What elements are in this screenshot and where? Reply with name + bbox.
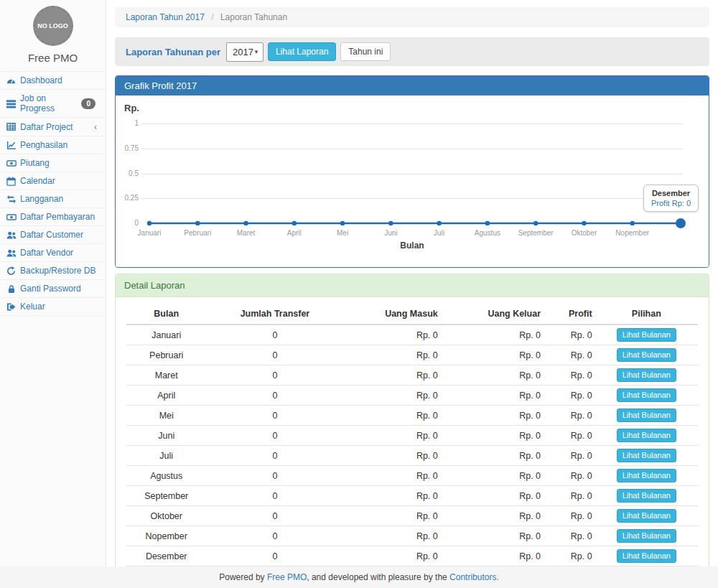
table-cell: Rp. 0	[544, 365, 595, 386]
view-monthly-button[interactable]: Lihat Bulanan	[617, 449, 676, 462]
table-cell: Lihat Bulanan	[595, 345, 698, 365]
this-year-button[interactable]: Tahun ini	[340, 42, 391, 61]
tooltip-title: Desember	[651, 189, 691, 197]
data-point[interactable]	[630, 221, 635, 225]
table-cell: Pebruari	[126, 345, 206, 365]
table-row: Mei0Rp. 0Rp. 0Rp. 0Lihat Bulanan	[126, 406, 698, 426]
sidebar-item-daftar-vendor[interactable]: Daftar Vendor	[0, 243, 106, 261]
no-logo-badge: NO LOGO	[33, 6, 73, 46]
table-cell: 0	[206, 526, 343, 546]
view-monthly-button[interactable]: Lihat Bulanan	[617, 509, 676, 523]
view-monthly-button[interactable]: Lihat Bulanan	[617, 469, 676, 482]
table-cell: Rp. 0	[544, 325, 595, 345]
detail-panel-title: Detail Laporan	[116, 274, 709, 297]
table-row: September0Rp. 0Rp. 0Rp. 0Lihat Bulanan	[126, 486, 698, 506]
table-cell: Lihat Bulanan	[595, 486, 698, 506]
footer-link-contributors[interactable]: Contributors.	[449, 572, 499, 582]
data-point[interactable]	[485, 221, 490, 225]
table-cell: Lihat Bulanan	[595, 446, 698, 466]
table-cell: Rp. 0	[544, 426, 595, 446]
view-monthly-button[interactable]: Lihat Bulanan	[617, 549, 676, 563]
sidebar-item-daftar-customer[interactable]: Daftar Customer	[0, 225, 106, 243]
table-cell: 0	[206, 466, 343, 486]
table-cell: Rp. 0	[343, 426, 440, 446]
year-select[interactable]: 2017 ▼	[226, 42, 264, 62]
main-content: Laporan Tahun 2017 / Laporan Tahunan Lap…	[115, 0, 709, 588]
x-tick-label: Nopember	[604, 229, 661, 237]
table-cell: Rp. 0	[343, 365, 440, 386]
table-cell: Rp. 0	[343, 486, 440, 506]
sidebar-item-label: Langganan	[20, 194, 100, 204]
sidebar-item-job-on-progress[interactable]: Job on Progress0	[0, 89, 106, 117]
report-table-head: BulanJumlah TransferUang MasukUang Kelua…	[126, 303, 698, 325]
data-point[interactable]	[195, 221, 200, 225]
dashboard-icon	[6, 75, 17, 85]
view-monthly-button[interactable]: Lihat Bulanan	[617, 348, 676, 362]
data-point[interactable]	[676, 218, 686, 228]
money-icon	[6, 158, 17, 168]
sidebar-item-label: Calendar	[20, 176, 100, 186]
data-point[interactable]	[582, 221, 586, 225]
exchange-icon	[6, 194, 17, 204]
data-point[interactable]	[388, 221, 393, 225]
table-cell: Juli	[126, 446, 206, 466]
sidebar-item-langganan[interactable]: Langganan	[0, 190, 106, 207]
table-cell: Lihat Bulanan	[595, 426, 698, 446]
table-row: Desember0Rp. 0Rp. 0Rp. 0Lihat Bulanan	[126, 546, 698, 566]
data-point[interactable]	[340, 221, 345, 225]
column-header: Profit	[544, 303, 595, 325]
sidebar-item-daftar-pembayaran[interactable]: Daftar Pembayaran	[0, 207, 106, 225]
sidebar-item-penghasilan[interactable]: Penghasilan	[0, 136, 106, 154]
view-monthly-button[interactable]: Lihat Bulanan	[617, 409, 676, 422]
chevron-down-icon: ▼	[253, 49, 259, 55]
table-cell: Rp. 0	[441, 345, 544, 365]
sidebar-item-keluar[interactable]: Keluar	[0, 297, 106, 316]
sidebar-item-daftar-project[interactable]: Daftar Project‹	[0, 117, 106, 136]
table-cell: Rp. 0	[343, 466, 440, 486]
table-cell: Rp. 0	[343, 526, 440, 546]
table-cell: Rp. 0	[441, 546, 544, 566]
chevron-left-icon: ‹	[94, 121, 97, 132]
data-point[interactable]	[292, 221, 297, 225]
calendar-icon	[6, 176, 17, 186]
sidebar-item-calendar[interactable]: Calendar	[0, 172, 106, 190]
table-cell: Rp. 0	[441, 466, 544, 486]
footer-middle: , and developed with pleasure by the	[307, 572, 449, 582]
view-monthly-button[interactable]: Lihat Bulanan	[617, 388, 676, 402]
view-report-button[interactable]: Lihat Laporan	[268, 42, 336, 61]
lock-icon	[6, 284, 17, 294]
footer-link-free-pmo[interactable]: Free PMO	[267, 572, 307, 582]
data-point[interactable]	[437, 221, 441, 225]
sidebar-item-piutang[interactable]: Piutang	[0, 154, 106, 172]
page-footer: Powered by Free PMO, and developed with …	[0, 566, 718, 588]
data-point[interactable]	[533, 221, 538, 225]
table-cell: Agustus	[126, 466, 206, 486]
users-icon	[6, 248, 17, 258]
breadcrumb-current: Laporan Tahunan	[220, 12, 287, 22]
data-point[interactable]	[243, 221, 248, 225]
view-monthly-button[interactable]: Lihat Bulanan	[617, 529, 676, 543]
table-cell: Rp. 0	[343, 446, 440, 466]
sidebar-item-dashboard[interactable]: Dashboard	[0, 71, 106, 89]
column-header: Uang Masuk	[343, 303, 440, 325]
view-monthly-button[interactable]: Lihat Bulanan	[617, 429, 676, 442]
table-cell: Rp. 0	[343, 325, 440, 345]
table-cell: Lihat Bulanan	[595, 526, 698, 546]
sidebar-item-backup-restore-db[interactable]: Backup/Restore DB	[0, 261, 106, 279]
table-cell: Rp. 0	[343, 406, 440, 426]
sidebar-item-ganti-password[interactable]: Ganti Password	[0, 279, 106, 297]
logo-area: NO LOGO Free PMO	[0, 0, 106, 64]
chart-panel-title: Grafik Profit 2017	[116, 76, 709, 95]
table-row: Maret0Rp. 0Rp. 0Rp. 0Lihat Bulanan	[126, 365, 698, 386]
view-monthly-button[interactable]: Lihat Bulanan	[617, 368, 676, 382]
table-cell: Rp. 0	[441, 506, 544, 526]
table-cell: Lihat Bulanan	[595, 506, 698, 526]
breadcrumb-link-laporan-tahun[interactable]: Laporan Tahun 2017	[126, 12, 205, 22]
sidebar-item-label: Daftar Vendor	[20, 248, 100, 258]
view-monthly-button[interactable]: Lihat Bulanan	[617, 489, 676, 503]
table-cell: Mei	[126, 406, 206, 426]
data-point[interactable]	[147, 221, 151, 225]
view-monthly-button[interactable]: Lihat Bulanan	[617, 328, 676, 342]
sidebar-item-label: Job on Progress	[20, 93, 81, 113]
column-header: Jumlah Transfer	[206, 303, 343, 325]
